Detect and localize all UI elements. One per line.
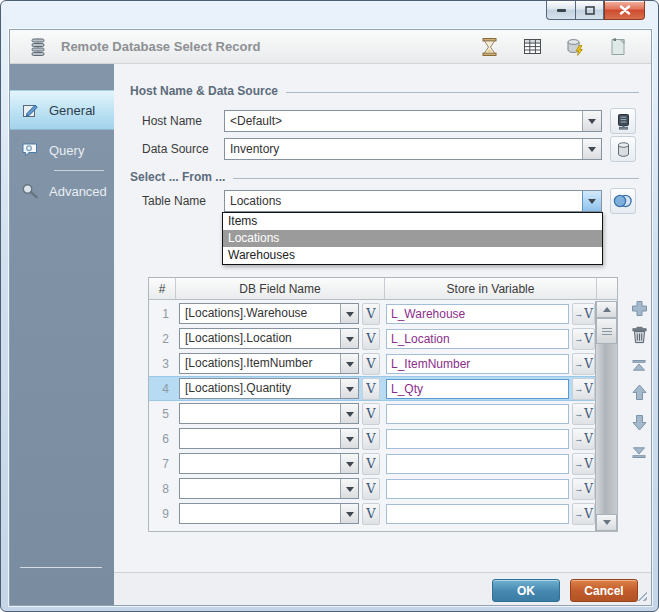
minimize-icon (557, 9, 566, 12)
scrollbar-thumb[interactable] (596, 318, 617, 344)
timeout-hourglass-icon[interactable] (478, 35, 500, 59)
grid-row: 2 [Locations].Location V L_Location →V (149, 326, 595, 351)
move-top-button[interactable] (627, 355, 651, 375)
move-down-button[interactable] (627, 412, 651, 432)
store-variable-input[interactable]: L_Warehouse (386, 304, 569, 324)
store-variable-input[interactable] (386, 454, 569, 474)
col-header-variable: Store in Variable (385, 278, 597, 299)
close-button[interactable] (604, 1, 645, 20)
store-variable-input[interactable] (386, 479, 569, 499)
store-variable-input[interactable] (386, 404, 569, 424)
browse-data-sources-button[interactable] (610, 136, 636, 162)
db-field-combo[interactable] (179, 453, 359, 474)
view-table-data-button[interactable] (610, 188, 636, 214)
table-name-combo[interactable]: Locations (224, 190, 602, 212)
grid-row: 7 V →V (149, 451, 595, 476)
cancel-button[interactable]: Cancel (570, 579, 638, 602)
grid-row: 8 V →V (149, 476, 595, 501)
data-grid-icon[interactable] (521, 35, 543, 59)
db-field-combo[interactable] (179, 478, 359, 499)
table-option[interactable]: Warehouses (223, 247, 602, 264)
chevron-down-icon[interactable] (340, 304, 358, 323)
dialog-footer: OK Cancel (114, 572, 651, 605)
grid-row: 4 [Locations].Quantity V L_Qty →V (149, 376, 595, 401)
chevron-down-icon[interactable] (582, 139, 601, 159)
chevron-down-icon[interactable] (340, 504, 358, 523)
field-variable-button[interactable]: V (362, 453, 380, 475)
arrow-right-icon: → (574, 334, 583, 344)
insert-variable-button[interactable]: →V (572, 328, 595, 350)
field-variable-button[interactable]: V (362, 328, 380, 350)
db-field-combo[interactable] (179, 503, 359, 524)
ok-button[interactable]: OK (492, 579, 560, 602)
group-rule (286, 92, 639, 93)
field-variable-button[interactable]: V (362, 503, 380, 525)
arrow-right-icon: → (574, 309, 583, 319)
insert-variable-button[interactable]: →V (572, 428, 595, 450)
chevron-down-icon[interactable] (582, 191, 601, 211)
field-variable-button[interactable]: V (362, 353, 380, 375)
db-field-combo[interactable]: [Locations].Location (179, 328, 359, 349)
insert-variable-button[interactable]: →V (572, 303, 595, 325)
store-variable-input[interactable]: L_Qty (386, 379, 569, 399)
store-variable-input[interactable] (386, 429, 569, 449)
add-row-button[interactable] (627, 298, 651, 318)
insert-variable-button[interactable]: →V (572, 378, 595, 400)
tab-query[interactable]: Query (10, 130, 114, 170)
chevron-down-icon[interactable] (340, 354, 358, 373)
chevron-down-icon[interactable] (340, 454, 358, 473)
store-variable-input[interactable]: L_Location (386, 329, 569, 349)
store-variable-input[interactable]: L_ItemNumber (386, 354, 569, 374)
field-variable-button[interactable]: V (362, 403, 380, 425)
store-variable-input[interactable] (386, 504, 569, 524)
move-bottom-button[interactable] (627, 442, 651, 462)
insert-variable-button[interactable]: →V (572, 478, 595, 500)
table-option[interactable]: Items (223, 213, 602, 230)
field-variable-button[interactable]: V (362, 378, 380, 400)
db-field-combo[interactable]: [Locations].ItemNumber (179, 353, 359, 374)
scroll-up-button[interactable] (596, 301, 617, 318)
db-field-value (180, 504, 340, 523)
group-label: Select ... From ... (130, 170, 225, 184)
db-field-combo[interactable]: [Locations].Quantity (179, 378, 359, 399)
chevron-down-icon[interactable] (340, 404, 358, 423)
tab-general[interactable]: General (10, 90, 114, 130)
maximize-button[interactable] (575, 1, 604, 20)
field-variable-button[interactable]: V (362, 428, 380, 450)
db-field-value: [Locations].Warehouse (180, 304, 340, 323)
db-field-combo[interactable] (179, 403, 359, 424)
data-source-combo[interactable]: Inventory (224, 138, 602, 160)
close-icon (619, 5, 631, 15)
host-name-combo[interactable]: <Default> (224, 110, 602, 132)
db-field-value: [Locations].Location (180, 329, 340, 348)
chevron-down-icon[interactable] (340, 479, 358, 498)
table-option[interactable]: Locations (223, 230, 602, 247)
paste-note-icon[interactable] (607, 35, 629, 59)
tab-advanced[interactable]: Advanced (10, 171, 114, 211)
grid-scrollbar[interactable] (595, 301, 617, 531)
minimize-button[interactable] (546, 1, 575, 20)
run-query-database-icon[interactable] (564, 35, 586, 59)
insert-variable-button[interactable]: →V (572, 403, 595, 425)
db-field-combo[interactable] (179, 428, 359, 449)
field-variable-button[interactable]: V (362, 478, 380, 500)
chevron-down-icon (603, 520, 611, 525)
browse-hosts-button[interactable] (610, 108, 636, 134)
db-field-combo[interactable]: [Locations].Warehouse (179, 303, 359, 324)
delete-row-button[interactable] (627, 325, 651, 345)
field-variable-button[interactable]: V (362, 303, 380, 325)
chevron-down-icon[interactable] (582, 111, 601, 131)
chevron-down-icon[interactable] (340, 329, 358, 348)
chevron-down-icon[interactable] (340, 379, 358, 398)
row-number: 1 (149, 307, 176, 321)
insert-variable-button[interactable]: →V (572, 503, 595, 525)
row-number: 3 (149, 357, 176, 371)
insert-variable-button[interactable]: →V (572, 453, 595, 475)
move-up-button[interactable] (627, 382, 651, 402)
grid-row: 1 [Locations].Warehouse V L_Warehouse →V (149, 301, 595, 326)
grid-row: 3 [Locations].ItemNumber V L_ItemNumber … (149, 351, 595, 376)
scroll-down-button[interactable] (596, 514, 617, 531)
insert-variable-button[interactable]: →V (572, 353, 595, 375)
chevron-down-icon[interactable] (340, 429, 358, 448)
trash-icon (632, 326, 647, 344)
